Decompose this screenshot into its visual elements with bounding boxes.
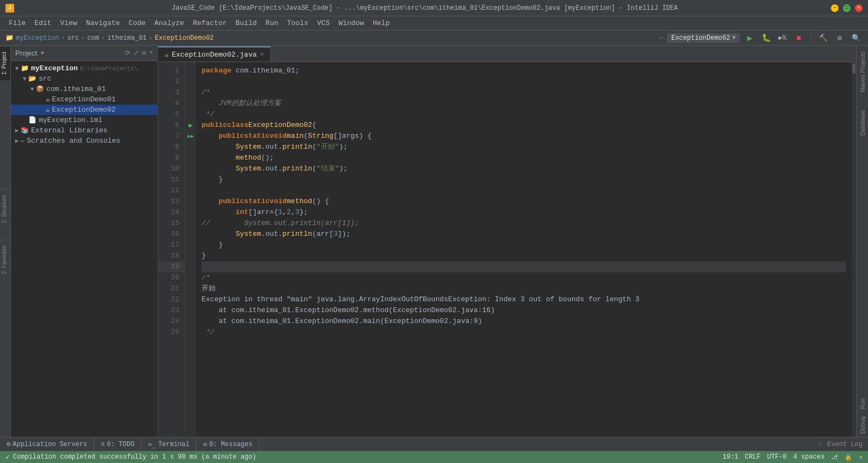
event-log-label[interactable]: Event Log — [827, 441, 863, 448]
status-bar: ✓ Compilation completed successfully in … — [0, 451, 868, 463]
encoding[interactable]: UTF-8 — [767, 453, 787, 461]
tree-scratches-label: Scratches and Consoles — [27, 137, 120, 145]
tree-ExceptionDemo01[interactable]: ☕ ExceptionDemo01 — [11, 94, 157, 105]
code-line-10: System.out.println("结束"); — [202, 163, 846, 174]
tree-myException-label: myException — [31, 64, 78, 72]
run-button[interactable]: ▶ — [743, 32, 756, 45]
tab-close-button[interactable]: × — [260, 51, 264, 58]
project-panel-header: Project ▼ ⟳ ⤢ ⚙ × — [11, 46, 157, 61]
run-tab-right[interactable]: Run — [858, 395, 867, 412]
code-line-16: System.out.println(arr[3]); — [202, 229, 846, 240]
debug-button[interactable]: 🐛 — [760, 32, 773, 45]
tree-iml[interactable]: 📄 myException.iml — [11, 115, 157, 125]
code-editor[interactable]: 1 2 3 4 5 6 7 8 9 10 11 12 13 14 15 16 1… — [158, 62, 856, 437]
breadcrumb-com[interactable]: com — [87, 34, 99, 42]
messages-tab[interactable]: ✉ 0: Messages — [197, 437, 259, 451]
project-dropdown-arrow[interactable]: ▼ — [40, 50, 44, 57]
scroll-thumb[interactable] — [852, 63, 855, 74]
menu-build[interactable]: Build — [231, 18, 261, 28]
code-line-7: public static void main(String[] args) { — [202, 131, 846, 142]
menu-window[interactable]: Window — [334, 18, 368, 28]
code-line-22: Exception in thread "main" java.lang.Arr… — [202, 294, 846, 305]
main-content: 1: Project 2: Structure 2: Favorites Pro… — [0, 46, 868, 437]
database-tab[interactable]: Database — [858, 107, 867, 139]
coverage-button[interactable]: ▶% — [776, 32, 789, 45]
breadcrumb-myException[interactable]: myException — [16, 34, 59, 42]
code-line-18: } — [202, 251, 846, 261]
code-line-11: } — [202, 174, 846, 185]
code-line-23: at com.itheima_01.ExceptionDemo02.method… — [202, 305, 846, 316]
maven-projects-tab[interactable]: Maven Projects — [858, 48, 867, 96]
right-scrollbar[interactable] — [852, 62, 856, 437]
line-numbers: 1 2 3 4 5 6 7 8 9 10 11 12 13 14 15 16 1… — [158, 62, 185, 437]
menu-file[interactable]: File — [4, 18, 30, 28]
terminal-tab[interactable]: >_ Terminal — [142, 437, 197, 451]
indent[interactable]: 4 spaces — [793, 453, 825, 461]
sync-icon[interactable]: ⟳ — [125, 49, 130, 57]
menu-view[interactable]: View — [56, 18, 81, 28]
debug-tab-right[interactable]: Debug — [858, 413, 867, 437]
tree-ExceptionDemo02[interactable]: ☕ ExceptionDemo02 — [11, 105, 157, 115]
code-line-5: */ — [202, 109, 846, 120]
git-icon: ⎇ — [831, 454, 838, 461]
maximize-button[interactable]: □ — [843, 4, 851, 12]
menu-vcs[interactable]: VCS — [313, 18, 334, 28]
tree-external-libs[interactable]: ▶ 📚 External Libraries — [11, 125, 157, 136]
tree-com-itheima01-label: com.itheima_01 — [46, 85, 106, 93]
cursor-position[interactable]: 19:1 — [723, 453, 738, 461]
favorites-tab-vertical[interactable]: 2: Favorites — [0, 240, 10, 279]
menu-edit[interactable]: Edit — [30, 18, 56, 28]
menu-run[interactable]: Run — [261, 18, 282, 28]
close-button[interactable]: × — [855, 4, 863, 12]
todo-tab[interactable]: ≡ 6: TODO — [94, 437, 142, 451]
code-line-19 — [202, 261, 846, 272]
app-servers-tab[interactable]: ⚙ Application Servers — [0, 437, 94, 451]
menu-code[interactable]: Code — [124, 18, 150, 28]
tree-com-itheima01[interactable]: ▼ 📦 com.itheima_01 — [11, 84, 157, 94]
code-line-20: /* — [202, 272, 846, 283]
tree-ExceptionDemo01-label: ExceptionDemo01 — [52, 95, 116, 103]
tree-scratches[interactable]: ▶ ✏️ Scratches and Consoles — [11, 136, 157, 146]
collapse-icon[interactable]: ⤢ — [133, 49, 139, 57]
code-line-14: int[] arr = {1, 2, 3}; — [202, 207, 846, 218]
run-config-selector[interactable]: ExceptionDemo02 ▼ — [667, 33, 740, 43]
structure-tab-vertical[interactable]: 2: Structure — [0, 189, 10, 229]
menu-navigate[interactable]: Navigate — [82, 18, 124, 28]
tree-src[interactable]: ▼ 📂 src — [11, 74, 157, 84]
menu-refactor[interactable]: Refactor — [189, 18, 231, 28]
breadcrumb-bar: 📁 myException › src › com › itheima_01 ›… — [0, 31, 868, 46]
breadcrumb-itheima01[interactable]: itheima_01 — [107, 34, 147, 42]
bottom-bar: ⚙ Application Servers ≡ 6: TODO >_ Termi… — [0, 437, 868, 451]
project-tab-vertical[interactable]: 1: Project — [0, 46, 10, 80]
menu-analyze[interactable]: Analyze — [150, 18, 189, 28]
menu-help[interactable]: Help — [368, 18, 394, 28]
tree-myException-path: E:\IdeaProjects\ — [80, 65, 138, 72]
code-content[interactable]: package com.itheima_01; /* JVM的默认处理方案 */… — [196, 62, 852, 437]
back-button[interactable]: ← — [659, 34, 664, 42]
stop-button[interactable]: ■ — [792, 32, 805, 45]
build-button[interactable]: 🔨 — [817, 32, 830, 45]
event-log-icon: ✓ — [818, 441, 822, 448]
tree-external-libs-label: External Libraries — [31, 126, 107, 135]
status-right: 19:1 CRLF UTF-8 4 spaces ⎇ 🔒 ⚡ — [723, 453, 863, 461]
code-line-1: package com.itheima_01; — [202, 65, 846, 76]
gear-icon[interactable]: ⚙ — [142, 49, 146, 57]
editor-area: ☕ ExceptionDemo02.java × 1 2 3 4 5 6 7 8… — [158, 46, 856, 437]
project-label: Project — [15, 49, 37, 57]
search-button[interactable]: 🔍 — [849, 32, 863, 45]
line-ending[interactable]: CRLF — [745, 453, 761, 461]
window-controls[interactable]: − □ × — [831, 4, 863, 12]
settings-button[interactable]: ⚙ — [833, 32, 846, 45]
tree-myException[interactable]: ▼ 📁 myException E:\IdeaProjects\ — [11, 63, 157, 74]
breadcrumb-src[interactable]: src — [67, 34, 79, 42]
breadcrumb-exceptiondemo02[interactable]: ExceptionDemo02 — [155, 34, 214, 42]
app-servers-icon: ⚙ — [7, 440, 10, 448]
messages-label: 0: Messages — [209, 441, 252, 448]
code-line-3: /* — [202, 87, 846, 98]
menu-tools[interactable]: Tools — [283, 18, 313, 28]
app-servers-label: Application Servers — [13, 441, 87, 448]
gutter: ▶ ▶▶ — [185, 62, 196, 437]
editor-tab-exceptiondemo02[interactable]: ☕ ExceptionDemo02.java × — [158, 46, 271, 62]
minimize-button[interactable]: − — [831, 4, 839, 12]
panel-close-icon[interactable]: × — [149, 49, 153, 57]
